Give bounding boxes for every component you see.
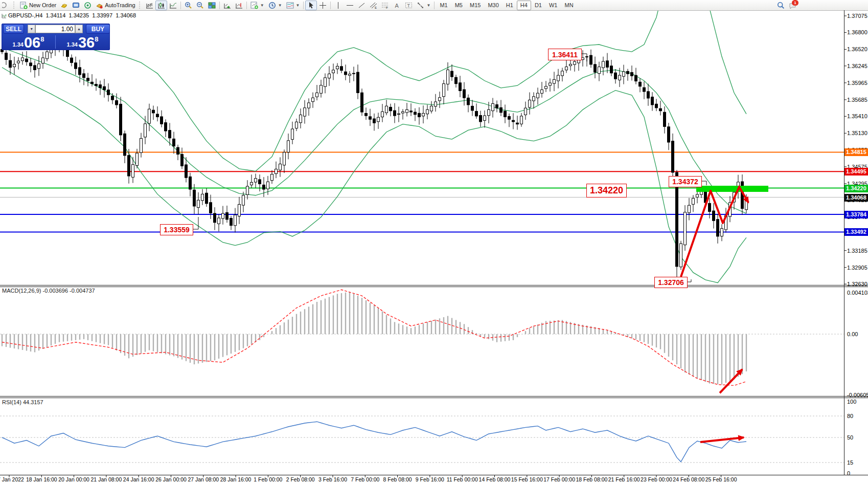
sell-price-sup: 8 [40,35,44,43]
green-highlight-zone[interactable] [696,186,768,192]
drawn-arrow[interactable] [700,437,744,442]
macd-tick: 0.00 [847,331,858,337]
price-badge-1.34068: 1.34068 [844,194,868,202]
volume-decrease-button[interactable]: ▼ [28,25,35,33]
macd-label: MACD(12,26,9) -0.003696 -0.004737 [2,288,95,294]
sell-price-big: 06 [24,36,40,49]
main-chart-panel [0,0,844,283]
rsi-tick: 15 [847,459,853,466]
price-annotation-1.34220[interactable]: 1.34220 [586,184,627,197]
time-tick: 14 Feb 08:00 [479,476,511,482]
price-annotation-1.34372[interactable]: 1.34372 [669,176,702,187]
sell-button[interactable]: SELL [3,24,24,34]
time-tick: 21 Jan 08:00 [91,476,122,482]
price-tick: 1.35130 [847,130,867,136]
time-tick: 24 Feb 08:00 [673,476,704,482]
rsi-tick: 80 [847,413,853,419]
drawn-arrow[interactable] [681,186,740,277]
time-tick: 9 Feb 16:00 [416,476,444,482]
time-tick: 3 Feb 16:00 [318,476,347,482]
time-tick: 17 Jan 2022 [0,476,24,482]
price-annotation-1.33559[interactable]: 1.33559 [160,224,193,235]
volume-input[interactable] [35,25,75,33]
mt4-terminal: New Order AutoTrading ▼ ▼ ▼ E F A [0,0,868,483]
buy-price-sup: 8 [95,35,98,43]
panel-separator-rsi[interactable] [0,396,868,398]
drawn-arrow[interactable] [720,369,742,393]
price-tick: 1.32905 [847,265,867,271]
sell-price-small: 1.34 [13,41,24,48]
volume-increase-button[interactable]: ▲ [75,25,83,33]
time-tick: 2 Feb 08:00 [286,476,315,482]
price-tick: 1.35965 [847,80,867,86]
price-annotation-1.32706[interactable]: 1.32706 [654,277,688,288]
buy-price-small: 1.34 [67,41,78,48]
price-axis-line [844,10,844,475]
time-tick: 24 Jan 16:00 [123,476,154,482]
price-tick: 1.37075 [847,13,867,19]
price-tick: 1.36800 [847,29,867,35]
price-badge-1.33784: 1.33784 [844,211,868,218]
time-tick: 26 Jan 00:00 [155,476,187,482]
price-tick: 1.32630 [847,281,867,287]
time-tick: 1 Feb 00:00 [254,476,282,482]
time-tick: 23 Feb 00:00 [641,476,672,482]
macd-panel [0,290,844,385]
price-tick: 1.35685 [847,97,867,103]
time-tick: 28 Jan 16:00 [220,476,252,482]
rsi-tick: 50 [847,434,853,441]
price-badge-1.34220: 1.34220 [844,185,868,192]
buy-button[interactable]: BUY [86,24,110,34]
time-tick: 18 Jan 16:00 [26,476,57,482]
sell-price[interactable]: 1.34 06 8 [2,34,55,50]
chart-surface[interactable] [0,0,868,483]
price-badge-1.33492: 1.33492 [844,228,868,236]
time-tick: 27 Jan 08:00 [188,476,219,482]
price-tick: 1.33185 [847,248,867,254]
one-click-trading-panel: SELL ▼ ▲ BUY 1.34 06 8 1.34 36 8 [2,24,110,50]
rsi-label: RSI(14) 44.3157 [2,399,43,405]
time-axis-line [0,475,868,475]
time-tick: 15 Feb 16:00 [511,476,543,482]
rsi-line [2,422,746,462]
price-annotation-1.36411[interactable]: 1.36411 [548,49,582,60]
rsi-tick: 100 [847,399,856,405]
macd-tick: 0.004103 [847,290,868,296]
time-tick: 21 Feb 16:00 [608,476,640,482]
panel-separator-macd[interactable] [0,285,868,287]
time-tick: 20 Jan 00:00 [58,476,89,482]
price-badge-1.34815: 1.34815 [844,148,868,156]
price-tick: 1.35410 [847,113,867,119]
time-tick: 18 Feb 08:00 [576,476,607,482]
time-tick: 17 Feb 00:00 [543,476,575,482]
time-tick: 11 Feb 00:00 [447,476,478,482]
price-badge-1.34495: 1.34495 [844,168,868,175]
time-tick: 7 Feb 00:00 [351,476,379,482]
time-tick: 25 Feb 16:00 [705,476,737,482]
rsi-tick: 0 [847,470,850,476]
buy-price[interactable]: 1.34 36 8 [56,34,109,50]
time-tick: 8 Feb 08:00 [383,476,412,482]
buy-price-big: 36 [78,36,95,49]
price-tick: 1.36245 [847,63,867,69]
macd-tick: -0.006056 [847,392,868,398]
macd-signal-line [2,290,746,385]
price-tick: 1.36520 [847,46,867,52]
